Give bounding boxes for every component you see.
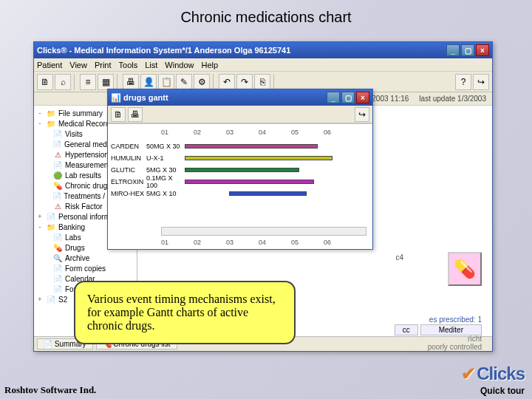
app-titlebar[interactable]: Clicks® - Medical Information System*/1 …: [34, 42, 492, 58]
menu-view[interactable]: View: [69, 61, 87, 69]
gantt-bar[interactable]: [185, 180, 314, 184]
toolbar-btn-6[interactable]: 👤: [140, 74, 157, 90]
gantt-bar[interactable]: [185, 156, 332, 160]
gantt-tool-2[interactable]: 🖶: [128, 107, 143, 122]
gantt-bar[interactable]: [229, 191, 307, 196]
gantt-bar[interactable]: [185, 168, 299, 172]
toolbar-btn-8[interactable]: ✎: [176, 74, 192, 90]
footer-quicktour: Quick tour: [480, 386, 525, 396]
gantt-row: HUMULINU-X-1: [111, 152, 366, 163]
axis-bottom: 010203040506: [161, 239, 366, 246]
table-row[interactable]: richt: [428, 335, 482, 343]
menu-list[interactable]: List: [145, 61, 157, 69]
tree-node[interactable]: 🔍Archive: [34, 253, 137, 263]
app-title: Clicks® - Medical Information System*/1 …: [37, 46, 290, 55]
menu-window[interactable]: Window: [165, 61, 194, 69]
gantt-row: CARDEN50MG X 30: [111, 140, 366, 151]
toolbar-btn-4[interactable]: ▦: [98, 74, 114, 90]
toolbar-btn-11[interactable]: ↷: [236, 74, 253, 90]
tree-node[interactable]: 📄Form copies: [34, 263, 137, 273]
toolbar-btn-9[interactable]: ⚙: [194, 74, 210, 90]
toolbar-btn-5[interactable]: 🖶: [123, 74, 139, 90]
toolbar-btn-2[interactable]: ⌕: [55, 74, 71, 90]
menu-help[interactable]: Help: [201, 61, 218, 69]
callout-bubble: Various event timing mechanisms exist, f…: [74, 281, 296, 344]
prescribed-label: es prescribed: 1: [429, 316, 482, 324]
clicks-logo: Clicks: [461, 364, 525, 384]
toolbar-help[interactable]: ?: [455, 74, 471, 90]
footer-company: Roshtov Software Ind.: [4, 384, 96, 396]
gantt-titlebar[interactable]: 📊 drugs gantt _ ▢ ×: [108, 89, 372, 106]
toolbar-btn-10[interactable]: ↶: [219, 74, 235, 90]
toolbar-btn-3[interactable]: ≡: [80, 74, 96, 90]
gantt-toolbar: 🗎 🖶 ↪: [108, 106, 372, 123]
gantt-minimize[interactable]: _: [327, 92, 340, 103]
table-rows: richt poorly controlled: [428, 335, 482, 351]
gantt-title: 📊 drugs gantt: [111, 93, 168, 103]
toolbar-btn-12[interactable]: ⎘: [254, 74, 270, 90]
close-button[interactable]: ×: [476, 44, 489, 56]
col-c4: c4: [395, 253, 403, 262]
toolbar-btn-7[interactable]: 📋: [158, 74, 174, 90]
gantt-scrollbar[interactable]: [161, 227, 366, 236]
gantt-row: ELTROXIN0.1MG X 100: [111, 176, 366, 187]
table-h1[interactable]: cc: [395, 324, 418, 335]
menu-print[interactable]: Print: [95, 61, 112, 69]
gantt-bar[interactable]: [185, 144, 318, 149]
status-update: last update 1/3/2003: [419, 95, 486, 103]
menu-patient[interactable]: Patient: [37, 61, 62, 69]
gantt-maximize[interactable]: ▢: [341, 92, 355, 103]
medication-icon[interactable]: 💊: [448, 252, 482, 286]
slide-title: Chronic medications chart: [0, 0, 532, 32]
menubar: Patient View Print Tools List Window Hel…: [34, 58, 492, 72]
axis-top: 010203040506: [161, 129, 366, 136]
gantt-close[interactable]: ×: [356, 92, 369, 103]
menu-tools[interactable]: Tools: [119, 61, 138, 69]
table-header: cc Mediter: [395, 326, 482, 334]
gantt-chart: 010203040506 CARDEN50MG X 30HUMULINU-X-1…: [108, 123, 372, 249]
toolbar-btn-1[interactable]: 🗎: [37, 74, 53, 90]
minimize-button[interactable]: _: [446, 44, 460, 56]
gantt-tool-1[interactable]: 🗎: [111, 107, 126, 122]
table-h2[interactable]: Mediter: [420, 324, 482, 335]
toolbar-exit[interactable]: ↪: [473, 74, 489, 90]
gantt-window: 📊 drugs gantt _ ▢ × 🗎 🖶 ↪ 010203040506 C…: [107, 89, 373, 250]
gantt-row: MIRO-HEX5MG X 10: [111, 188, 366, 199]
table-row[interactable]: poorly controlled: [428, 343, 482, 351]
maximize-button[interactable]: ▢: [461, 44, 474, 56]
gantt-tool-exit[interactable]: ↪: [355, 107, 369, 122]
